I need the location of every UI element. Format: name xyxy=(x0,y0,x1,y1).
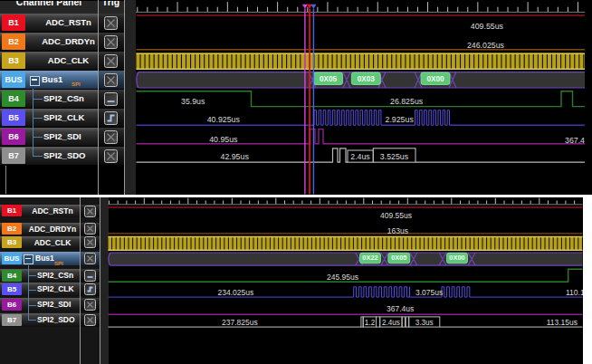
svg-text:42.95us: 42.95us xyxy=(221,152,250,161)
svg-text:2.4us: 2.4us xyxy=(350,152,370,161)
svg-text:110.17: 110.17 xyxy=(566,287,583,296)
svg-text:0X03: 0X03 xyxy=(358,75,376,83)
svg-text:2.4us: 2.4us xyxy=(382,318,400,326)
svg-text:35.9us: 35.9us xyxy=(181,97,205,106)
svg-text:40.95us: 40.95us xyxy=(209,135,238,144)
svg-text:0X05: 0X05 xyxy=(320,75,338,83)
svg-text:0X05: 0X05 xyxy=(391,254,406,262)
svg-text:40.925us: 40.925us xyxy=(207,115,241,124)
svg-text:0X00: 0X00 xyxy=(426,75,444,83)
svg-text:0X22: 0X22 xyxy=(362,254,377,262)
svg-text:367.4us: 367.4us xyxy=(387,304,414,313)
svg-text:409.55us: 409.55us xyxy=(471,22,504,31)
svg-text:367.4: 367.4 xyxy=(565,136,585,145)
svg-text:1.2: 1.2 xyxy=(365,318,376,326)
svg-text:237.825us: 237.825us xyxy=(222,318,258,327)
svg-text:234.025us: 234.025us xyxy=(218,287,254,296)
svg-text:163us: 163us xyxy=(387,225,408,235)
svg-text:3.075us: 3.075us xyxy=(415,287,443,296)
svg-text:245.95us: 245.95us xyxy=(327,272,358,281)
svg-text:409.55us: 409.55us xyxy=(380,210,412,219)
svg-text:2.925us: 2.925us xyxy=(386,115,415,124)
svg-text:0X00: 0X00 xyxy=(449,254,464,262)
svg-text:3.3us: 3.3us xyxy=(415,318,434,326)
svg-text:246.025us: 246.025us xyxy=(467,41,505,50)
svg-text:26.825us: 26.825us xyxy=(390,97,424,106)
svg-text:3.525us: 3.525us xyxy=(380,152,409,161)
svg-text:113.15us: 113.15us xyxy=(547,317,578,326)
